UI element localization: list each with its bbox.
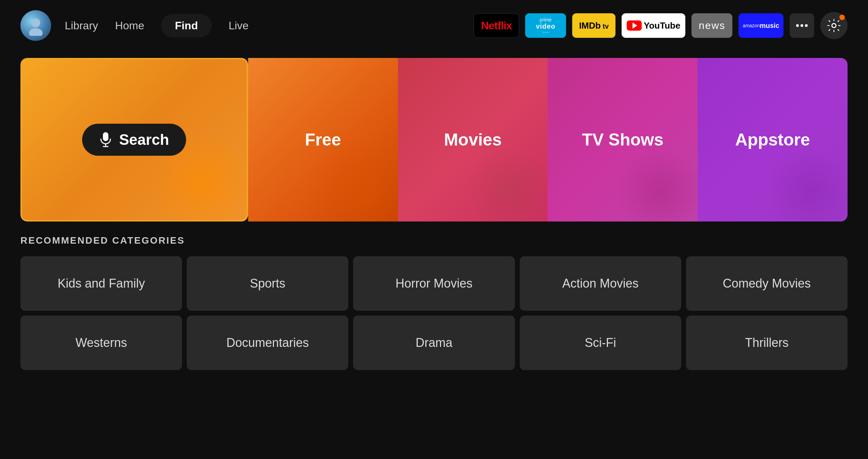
- settings-notification-dot: [839, 15, 845, 20]
- nav-home[interactable]: Home: [115, 19, 144, 32]
- category-horror-movies[interactable]: Horror Movies: [353, 256, 515, 311]
- prime-video-label: video: [536, 22, 555, 30]
- netflix-logo: Netflix: [481, 19, 512, 32]
- netflix-button[interactable]: Netflix: [474, 13, 519, 38]
- category-sports[interactable]: Sports: [187, 256, 348, 311]
- category-westerns[interactable]: Westerns: [20, 316, 182, 370]
- more-dots-icon: [796, 24, 808, 27]
- appstore-tile[interactable]: Appstore: [698, 58, 848, 221]
- more-button[interactable]: [790, 13, 814, 38]
- microphone-icon: [99, 131, 112, 148]
- youtube-button[interactable]: YouTube: [622, 13, 685, 38]
- youtube-play-icon: [627, 20, 642, 31]
- nav-find[interactable]: Find: [161, 14, 212, 37]
- prime-smile: ~~~: [542, 30, 549, 34]
- tvshows-label: TV Shows: [582, 130, 664, 150]
- categories-heading: RECOMMENDED CATEGORIES: [20, 235, 848, 246]
- search-button[interactable]: Search: [82, 124, 186, 156]
- search-label: Search: [119, 131, 169, 148]
- top-navigation: Library Home Find Live Netflix prime vid…: [0, 0, 868, 51]
- category-thrillers[interactable]: Thrillers: [686, 316, 848, 370]
- tvshows-tile[interactable]: TV Shows: [548, 58, 698, 221]
- recommended-categories: RECOMMENDED CATEGORIES Kids and Family S…: [0, 221, 868, 370]
- prime-label: prime: [540, 17, 552, 22]
- category-documentaries[interactable]: Documentaries: [187, 316, 348, 370]
- music-label: music: [760, 22, 779, 30]
- free-tile[interactable]: Free: [248, 58, 398, 221]
- movies-label: Movies: [444, 130, 502, 150]
- amazon-music-button[interactable]: amazon music: [738, 13, 783, 38]
- imdb-logo: IMDb tv: [579, 20, 609, 31]
- categories-grid: Kids and Family Sports Horror Movies Act…: [20, 256, 848, 370]
- nav-library[interactable]: Library: [65, 19, 98, 32]
- main-tiles: Search Free Movies TV Shows Appstore: [0, 51, 868, 221]
- svg-rect-3: [103, 132, 108, 141]
- category-kids-family[interactable]: Kids and Family: [20, 256, 182, 311]
- category-scifi[interactable]: Sci-Fi: [520, 316, 681, 370]
- youtube-label: YouTube: [644, 20, 680, 31]
- gear-icon: [827, 18, 841, 33]
- settings-button[interactable]: [820, 12, 848, 39]
- svg-point-0: [31, 18, 40, 27]
- avatar-icon: [26, 15, 46, 36]
- news-button[interactable]: news: [691, 13, 732, 38]
- free-label: Free: [305, 130, 341, 150]
- prime-video-button[interactable]: prime video ~~~: [525, 13, 566, 38]
- svg-point-2: [832, 24, 836, 28]
- svg-point-1: [29, 28, 43, 36]
- nav-links: Library Home Find Live: [65, 14, 248, 37]
- nav-live[interactable]: Live: [229, 19, 249, 32]
- category-drama[interactable]: Drama: [353, 316, 515, 370]
- user-avatar[interactable]: [20, 10, 51, 41]
- search-tile[interactable]: Search: [20, 58, 248, 221]
- imdb-button[interactable]: IMDb tv: [572, 13, 615, 38]
- appstore-label: Appstore: [735, 130, 810, 150]
- category-action-movies[interactable]: Action Movies: [520, 256, 681, 311]
- app-shortcuts: Netflix prime video ~~~ IMDb tv YouTube …: [474, 12, 848, 39]
- tiles-row: Search Free Movies TV Shows Appstore: [20, 58, 848, 221]
- category-comedy-movies[interactable]: Comedy Movies: [686, 256, 848, 311]
- news-label: news: [699, 20, 725, 31]
- amazon-label: amazon: [743, 23, 760, 28]
- movies-tile[interactable]: Movies: [398, 58, 548, 221]
